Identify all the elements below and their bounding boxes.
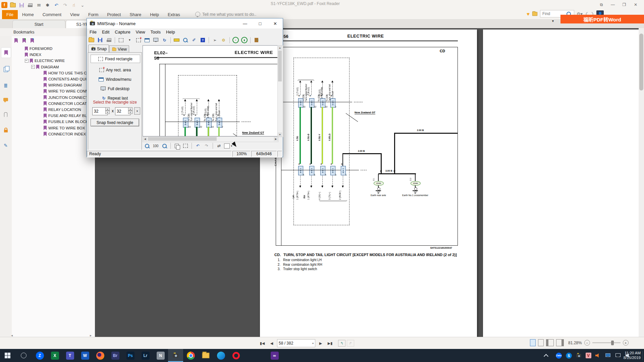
zoom-percent[interactable]: 81.28% (568, 341, 582, 345)
hidden-icons-icon[interactable] (541, 349, 551, 362)
any-rect-icon[interactable] (135, 37, 142, 44)
scroll-up-icon[interactable]: ▲ (278, 46, 282, 50)
settings-icon[interactable]: ⚙ (220, 37, 227, 44)
height-spin-buttons[interactable]: ▲▼ (128, 107, 132, 114)
ribbon-tab-help[interactable]: Help (146, 10, 163, 19)
expand-collapse-icon[interactable] (25, 59, 29, 63)
attachments-panel-icon[interactable] (1, 110, 10, 120)
bookmark-item[interactable]: RELAY LOCATION (12, 107, 95, 113)
save-icon[interactable] (18, 2, 25, 8)
snap-option-full-desktop[interactable]: Full desktop (91, 85, 140, 93)
comments-panel-icon[interactable] (1, 95, 10, 105)
ribbon-tab-share[interactable]: Share (125, 10, 146, 19)
snap-fixed-rectangle-button[interactable]: Snap fixed rectangle (91, 119, 139, 126)
pages-panel-icon[interactable] (1, 64, 10, 74)
bookmark-item[interactable]: HOW TO USE THIS CHAPT (12, 70, 95, 76)
security-panel-icon[interactable] (1, 125, 10, 135)
zoom-icon[interactable] (181, 37, 189, 44)
snap-cursor-icon[interactable]: ➢ (211, 37, 219, 44)
layers-panel-icon[interactable]: ≣ (1, 80, 10, 90)
zoom-in-icon[interactable]: + (623, 340, 629, 346)
hthumb[interactable] (148, 137, 217, 141)
close-icon[interactable]: ✕ (630, 0, 641, 9)
bookmark-item[interactable]: WIRING DIAGRAM (12, 82, 95, 88)
scroll-right-icon[interactable]: ▶ (274, 137, 278, 141)
taskbar-app-lightroom[interactable]: Lr (138, 349, 153, 362)
volume-orange-icon[interactable] (593, 349, 602, 362)
open-file-icon[interactable] (9, 2, 16, 8)
bookmark-item[interactable]: ELECTRIC WIRE (12, 58, 95, 64)
zoom-in-icon[interactable] (143, 142, 151, 149)
zoom-slider[interactable] (592, 341, 621, 345)
window-menu-icon[interactable] (143, 37, 151, 44)
save-icon[interactable] (96, 37, 104, 44)
taskbar-app-bridge[interactable]: Br (108, 349, 123, 362)
taskbar-app-firefox[interactable] (93, 349, 108, 362)
mwsnap-minimize-icon[interactable]: — (237, 18, 253, 28)
taskbar-app-edge[interactable] (213, 349, 228, 362)
color-picker-icon[interactable]: ✐ (190, 37, 198, 44)
pdf-to-word-badge[interactable]: 福昕PDF转Word (560, 15, 644, 23)
mirror-icon[interactable]: ⇄ (215, 142, 223, 149)
page-dropdown-icon[interactable]: ▾ (312, 342, 314, 345)
autosave-icon[interactable]: ▪ (232, 37, 239, 44)
minimize-icon[interactable]: — (607, 0, 619, 9)
taskbar-app-word[interactable]: W (77, 349, 93, 362)
hand-tool-icon[interactable]: ☝ (70, 2, 77, 8)
scroll-left-icon[interactable]: ◀ (143, 137, 147, 141)
width-spin-buttons[interactable]: ▲▼ (105, 107, 110, 114)
tab-view[interactable]: View (109, 45, 129, 53)
bookmark-item[interactable]: FUSE AND RELAY BLOCK (12, 113, 95, 119)
scrollbar-thumb[interactable] (639, 34, 643, 90)
taskbar-app-file-explorer[interactable] (198, 349, 213, 362)
rect-dropdown-icon[interactable]: ▼ (126, 37, 133, 44)
show-desktop-button[interactable] (642, 351, 644, 360)
ribbon-tab-form[interactable]: Form (84, 10, 103, 19)
new-document-icon[interactable]: ✱ (44, 2, 51, 8)
crop-icon[interactable] (182, 142, 189, 149)
signature-panel-icon[interactable]: ✎ (1, 140, 10, 150)
mwsnap-menu-edit[interactable]: Edit (99, 29, 112, 35)
bookmark-item[interactable]: FOREWORD (12, 46, 95, 52)
zoom-out-icon[interactable] (161, 142, 168, 149)
continuous-page-icon[interactable] (538, 339, 544, 346)
foxit-logo-icon[interactable]: f (1, 2, 7, 8)
goto-bookmark-icon[interactable]: ➜ (31, 38, 34, 44)
taskbar-app-chrome[interactable] (183, 349, 198, 362)
preview-hscrollbar[interactable]: ◀ ▶ (143, 136, 278, 142)
add-bookmark-icon[interactable]: + (22, 38, 26, 44)
mwsnap-titlebar[interactable]: MWSnap - Noname — □ ✕ (87, 18, 283, 28)
next-view-icon[interactable]: ↱ (347, 340, 354, 347)
next-page-icon[interactable]: ▶ (317, 339, 325, 347)
redo-icon[interactable]: ↷ (62, 2, 68, 8)
exit-icon[interactable] (253, 37, 260, 44)
restore-icon[interactable]: ❐ (619, 0, 630, 9)
mwsnap-menu-view[interactable]: View (133, 29, 148, 35)
snap-option-window-menu[interactable]: Window/menu (91, 75, 140, 83)
mwsnap-menu-tools[interactable]: Tools (148, 29, 163, 35)
switch-ui-icon[interactable]: ⧉ (596, 0, 607, 9)
tell-me[interactable]: Tell me what you want to do.. (195, 12, 256, 17)
cortana-search-button[interactable] (16, 349, 31, 362)
mwsnap-maximize-icon[interactable]: □ (253, 18, 268, 28)
delete-bookmark-icon[interactable]: ✕ (14, 38, 18, 44)
taskbar-app-app[interactable]: N (153, 349, 168, 362)
tab-list-dropdown-icon[interactable]: ▼ (551, 19, 554, 23)
bookmark-item[interactable]: WIRE TO WIRE BOX (12, 125, 95, 131)
copy-icon[interactable] (173, 142, 180, 149)
mwsnap-close-icon[interactable]: ✕ (268, 18, 283, 28)
bookmarks-panel-icon[interactable] (1, 47, 11, 58)
bookmark-item[interactable]: CONNECTOR LOCATION (12, 101, 95, 107)
facing-page-icon[interactable] (546, 339, 554, 346)
speaker-icon[interactable] (623, 349, 633, 362)
redo-icon[interactable]: ↷ (203, 142, 210, 149)
ribbon-tab-home[interactable]: Home (18, 10, 38, 19)
size-preset-dropdown-icon[interactable]: ▼ (134, 107, 140, 115)
ribbon-tab-file[interactable]: File (2, 10, 18, 19)
ribbon-tab-view[interactable]: View (66, 10, 84, 19)
start-button[interactable] (0, 349, 15, 362)
network-icon[interactable] (613, 349, 623, 362)
expand-collapse-icon[interactable] (31, 65, 35, 69)
prev-page-icon[interactable]: ◀ (268, 339, 276, 347)
fixed-rect-icon[interactable] (117, 37, 125, 44)
